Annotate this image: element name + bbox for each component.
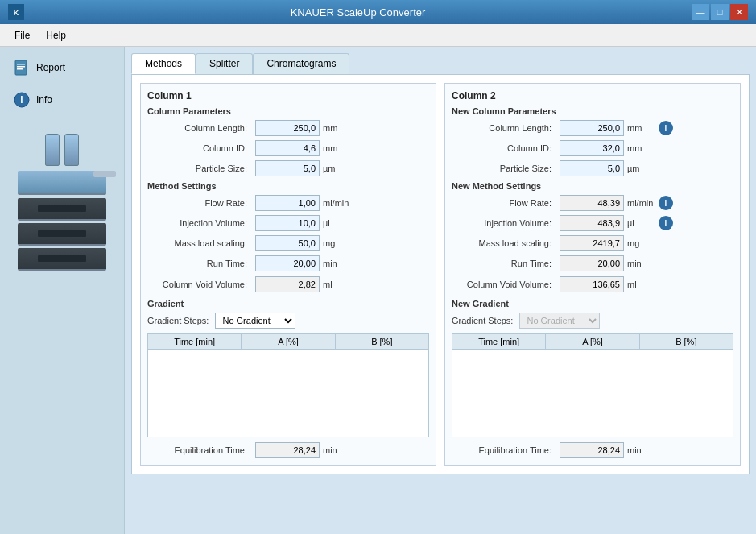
menu-file[interactable]: File	[6, 27, 38, 44]
col1-injection-row: Injection Volume: µl	[147, 215, 429, 231]
col1-params-title: Column Parameters	[147, 106, 429, 116]
col1-gh-time: Time [min]	[148, 334, 242, 349]
col2-equil-row: Equilibration Time: min	[452, 442, 733, 458]
menu-bar: File Help	[0, 24, 756, 47]
col2-gradient-select[interactable]: No Gradient	[519, 313, 600, 329]
col2-gradient-section: New Gradient Gradient Steps: No Gradient…	[452, 299, 733, 437]
svg-text:i: i	[20, 94, 23, 106]
col2-particle-row: Particle Size: µm	[452, 160, 733, 176]
col1-method-title: Method Settings	[147, 181, 429, 191]
col2-massload-row: Mass load scaling: mg	[452, 235, 733, 251]
col2-flowrate-info-button[interactable]: i	[659, 196, 673, 210]
col2-gh-a: A [%]	[546, 334, 639, 349]
col1-void-label: Column Void Volume:	[147, 279, 252, 289]
col2-gradient-title: New Gradient	[452, 299, 733, 308]
col2-void-label: Column Void Volume:	[452, 279, 556, 289]
column1-panel: Column 1 Column Parameters Column Length…	[140, 83, 436, 466]
col1-gh-a: A [%]	[242, 334, 335, 349]
col1-void-unit: ml	[323, 279, 351, 289]
col1-massload-row: Mass load scaling: mg	[147, 235, 429, 251]
col1-gradient-body	[147, 349, 429, 437]
tab-content-methods: Column 1 Column Parameters Column Length…	[131, 74, 750, 474]
col1-injection-label: Injection Volume:	[147, 218, 252, 228]
col1-equil-input[interactable]	[255, 442, 320, 458]
col2-runtime-label: Run Time:	[452, 259, 556, 268]
sidebar: Report i Info	[0, 47, 125, 534]
col2-void-unit: ml	[627, 279, 655, 289]
svg-rect-5	[17, 68, 23, 70]
col1-runtime-unit: min	[323, 259, 351, 268]
machine-unit-3	[18, 223, 106, 246]
col1-length-row: Column Length: mm	[147, 120, 429, 136]
col2-runtime-input[interactable]	[560, 255, 624, 271]
col2-massload-input[interactable]	[560, 235, 624, 251]
col1-injection-input[interactable]	[255, 215, 320, 231]
col2-gradient-header: Time [min] A [%] B [%]	[452, 333, 733, 349]
window-controls: — □ ✕	[692, 4, 748, 20]
col2-length-info-button[interactable]: i	[659, 121, 673, 135]
col1-flowrate-unit: ml/min	[323, 198, 351, 208]
col1-id-row: Column ID: mm	[147, 140, 429, 156]
column2-panel: Column 2 New Column Parameters Column Le…	[444, 83, 741, 466]
content-area: Methods Splitter Chromatograms Column 1 …	[125, 47, 756, 534]
tab-chromatograms[interactable]: Chromatograms	[253, 53, 349, 74]
info-label: Info	[36, 94, 52, 106]
col2-particle-label: Particle Size:	[452, 164, 556, 173]
col1-length-label: Column Length:	[147, 123, 252, 133]
col1-id-input[interactable]	[255, 140, 320, 156]
col1-gradient-title: Gradient	[147, 299, 429, 308]
col2-flowrate-label: Flow Rate:	[452, 198, 556, 208]
col2-injection-label: Injection Volume:	[452, 218, 556, 228]
col2-massload-label: Mass load scaling:	[452, 238, 556, 248]
info-button[interactable]: i Info	[5, 85, 119, 114]
col1-void-input[interactable]	[255, 276, 320, 292]
tabs: Methods Splitter Chromatograms	[131, 53, 750, 74]
col1-particle-input[interactable]	[255, 160, 320, 176]
col2-particle-input[interactable]	[560, 160, 624, 176]
report-button[interactable]: Report	[5, 53, 119, 82]
close-button[interactable]: ✕	[730, 4, 748, 20]
col2-particle-unit: µm	[627, 164, 655, 173]
col2-equil-label: Equilibration Time:	[452, 445, 556, 455]
col2-injection-input[interactable]	[560, 215, 624, 231]
col1-equil-label: Equilibration Time:	[147, 445, 252, 455]
menu-help[interactable]: Help	[38, 27, 74, 44]
minimize-button[interactable]: —	[692, 4, 709, 20]
col1-flowrate-label: Flow Rate:	[147, 198, 252, 208]
maximize-button[interactable]: □	[711, 4, 729, 20]
tab-methods[interactable]: Methods	[131, 53, 196, 74]
col1-gradient-steps-row: Gradient Steps: No Gradient	[147, 313, 429, 329]
col2-injection-unit: µl	[627, 218, 655, 228]
report-label: Report	[36, 62, 65, 73]
col2-massload-unit: mg	[627, 238, 655, 248]
col2-id-input[interactable]	[560, 140, 624, 156]
col1-massload-input[interactable]	[255, 235, 320, 251]
col1-gradient-select[interactable]: No Gradient	[215, 313, 295, 329]
col2-equil-input[interactable]	[560, 442, 624, 458]
report-icon	[12, 58, 31, 77]
col2-flowrate-unit: ml/min	[627, 198, 655, 208]
bottles	[18, 134, 106, 166]
col2-gh-time: Time [min]	[452, 334, 546, 349]
col1-runtime-row: Run Time: min	[147, 255, 429, 271]
col2-id-unit: mm	[627, 143, 655, 153]
col1-particle-row: Particle Size: µm	[147, 160, 429, 176]
col2-flowrate-input[interactable]	[560, 195, 624, 211]
col2-injection-info-button[interactable]: i	[659, 216, 673, 230]
col2-id-row: Column ID: mm	[452, 140, 733, 156]
col1-runtime-input[interactable]	[255, 255, 320, 271]
columns-wrapper: Column 1 Column Parameters Column Length…	[140, 83, 741, 466]
col2-void-input[interactable]	[560, 276, 624, 292]
col1-length-input[interactable]	[255, 120, 320, 136]
col2-params-title: New Column Parameters	[452, 106, 733, 116]
tube	[93, 171, 116, 177]
col2-length-input[interactable]	[560, 120, 624, 136]
col1-gradient-steps-label: Gradient Steps:	[147, 316, 209, 325]
col1-flowrate-input[interactable]	[255, 195, 320, 211]
machine-unit-4	[18, 248, 106, 271]
col1-length-unit: mm	[323, 123, 351, 133]
col2-injection-row: Injection Volume: µl i	[452, 215, 733, 231]
col1-massload-unit: mg	[323, 238, 351, 248]
col1-gh-b: B [%]	[336, 334, 428, 349]
tab-splitter[interactable]: Splitter	[196, 53, 253, 74]
